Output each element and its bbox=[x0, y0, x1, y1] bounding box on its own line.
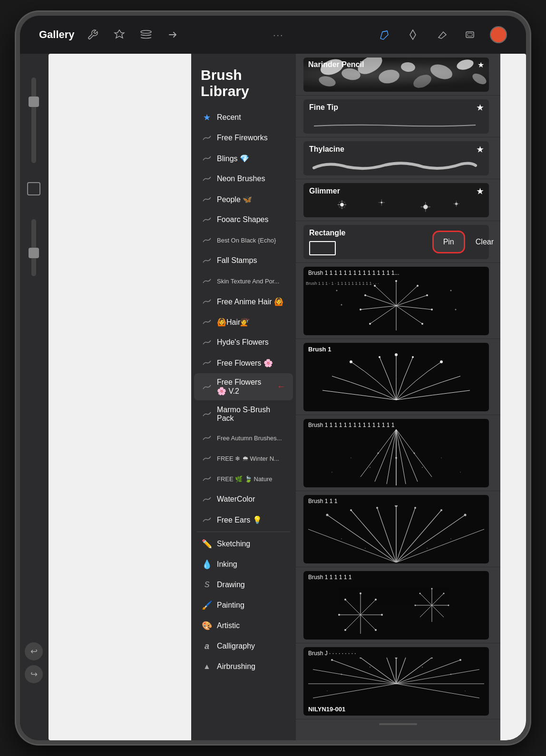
brush-item-narinder[interactable]: Narinder Pencil ★ bbox=[296, 54, 500, 96]
pin-button[interactable]: Pin bbox=[432, 231, 465, 253]
pen-tool[interactable] bbox=[404, 26, 421, 43]
paint-icon: 🖌️ bbox=[202, 600, 212, 611]
svg-point-9 bbox=[411, 72, 433, 90]
svg-point-88 bbox=[464, 514, 467, 516]
brush-name-narinder: Narinder Pencil bbox=[308, 60, 364, 69]
brush-name-fine-tip: Fine Tip bbox=[309, 103, 338, 112]
svg-line-128 bbox=[396, 669, 479, 684]
svg-line-35 bbox=[361, 306, 396, 310]
undo-button[interactable]: ↩ bbox=[25, 642, 43, 660]
category-label: Free Fireworks bbox=[217, 134, 268, 142]
svg-point-144 bbox=[465, 690, 466, 691]
air-icon: ▲ bbox=[202, 661, 212, 672]
svg-line-61 bbox=[396, 429, 406, 484]
category-sketching[interactable]: ✏️ Sketching bbox=[194, 534, 293, 554]
brush-item-fine-tip[interactable]: Fine Tip ★ bbox=[296, 96, 500, 137]
category-free-ears[interactable]: Free Ears 💡 bbox=[194, 510, 293, 530]
svg-point-56 bbox=[440, 360, 443, 363]
category-blings[interactable]: Blings 💎 bbox=[194, 148, 293, 168]
color-picker[interactable] bbox=[490, 26, 507, 43]
brush-library-panel: Brush Library ★ Recent Free Fireworks bbox=[191, 54, 500, 740]
opacity-slider[interactable] bbox=[31, 219, 36, 276]
svg-point-86 bbox=[414, 507, 416, 509]
wrench-icon[interactable] bbox=[84, 26, 101, 43]
brush-item-nilyn[interactable]: Brush J · · · · · · · · · NILYN19-001 bbox=[296, 643, 500, 719]
category-free-winter[interactable]: FREE ❄ 🌨 Winter N... bbox=[194, 448, 293, 468]
brush-item-fireworks1[interactable]: Brush 1 1 1 1 1 1 1 1 1 1 1 1 1 1 1... bbox=[296, 263, 500, 339]
eraser-tool[interactable] bbox=[433, 26, 450, 43]
svg-line-77 bbox=[396, 508, 415, 562]
category-label: Fall Stamps bbox=[217, 256, 257, 265]
svg-point-53 bbox=[379, 356, 380, 358]
svg-line-32 bbox=[396, 306, 422, 324]
canvas-area[interactable]: ↩ ↪ Brush Library ★ Recent bbox=[20, 54, 526, 740]
category-free-anime-hair[interactable]: Free Anime Hair 🙆 bbox=[194, 291, 293, 311]
category-marmo[interactable]: Marmo S-Brush Pack bbox=[194, 401, 293, 427]
svg-point-64 bbox=[378, 452, 379, 454]
adjust-icon[interactable] bbox=[111, 26, 128, 43]
brush-item-fireworks3[interactable]: Brush 1 1 1 1 1 1 1 1 1 1 1 1 1 1 1 bbox=[296, 415, 500, 491]
brush-item-fireworks2[interactable]: Brush 1 bbox=[296, 339, 500, 415]
layers-icon[interactable] bbox=[137, 26, 155, 43]
category-recent[interactable]: ★ Recent bbox=[194, 107, 293, 127]
brush-item-fireworks5[interactable]: Brush 1 1 1 1 1 1 bbox=[296, 567, 500, 643]
category-label: 🙆Hair💇 bbox=[217, 318, 250, 327]
arrow-icon[interactable] bbox=[164, 26, 181, 43]
category-free-nature[interactable]: FREE 🌿 🍃 Nature bbox=[194, 469, 293, 489]
brush-icon-15 bbox=[202, 453, 212, 464]
brush-icon-7 bbox=[202, 276, 212, 286]
svg-line-115 bbox=[420, 593, 432, 605]
category-people[interactable]: People 🦋 bbox=[194, 189, 293, 209]
svg-point-49 bbox=[450, 290, 452, 291]
brush-icon-13 bbox=[202, 409, 212, 419]
svg-point-140 bbox=[450, 673, 452, 675]
brush-icon-5 bbox=[202, 235, 212, 245]
category-calligraphy[interactable]: a Calligraphy bbox=[194, 636, 293, 656]
clear-button[interactable]: Clear bbox=[469, 232, 500, 252]
svg-point-11 bbox=[456, 58, 475, 71]
layers-tool[interactable] bbox=[461, 26, 478, 43]
category-drawing[interactable]: S Drawing bbox=[194, 575, 293, 595]
brush-item-thylacine[interactable]: Thylacine ★ bbox=[296, 137, 500, 179]
category-fooarc[interactable]: Fooarc Shapes bbox=[194, 210, 293, 230]
brush-name-nilyn: Brush J · · · · · · · · · bbox=[308, 650, 356, 657]
brush-item-glimmer[interactable]: Glimmer ★ bbox=[296, 179, 500, 221]
category-hair[interactable]: 🙆Hair💇 bbox=[194, 312, 293, 332]
svg-line-130 bbox=[396, 684, 479, 698]
gallery-button[interactable]: Gallery bbox=[39, 29, 75, 41]
pencil-tool[interactable] bbox=[376, 26, 393, 43]
category-airbrushing[interactable]: ▲ Airbrushing bbox=[194, 657, 293, 677]
redo-button[interactable]: ↪ bbox=[25, 665, 43, 683]
svg-line-127 bbox=[396, 660, 460, 684]
category-free-flowers[interactable]: Free Flowers 🌸 bbox=[194, 353, 293, 373]
svg-point-89 bbox=[341, 538, 342, 539]
svg-line-36 bbox=[365, 295, 396, 306]
category-hydes-flowers[interactable]: Hyde's Flowers bbox=[194, 332, 293, 352]
svg-point-70 bbox=[441, 457, 442, 458]
svg-line-126 bbox=[396, 658, 432, 684]
more-options[interactable]: ··· bbox=[273, 29, 284, 40]
brush-name-fw1: Brush 1 1 1 1 1 1 1 1 1 1 1 1 1 1 1... bbox=[308, 270, 399, 276]
brush-item-rectangle[interactable]: Rectangle Pin Clear bbox=[296, 221, 500, 263]
brush-size-slider[interactable] bbox=[31, 78, 36, 163]
category-free-fireworks[interactable]: Free Fireworks bbox=[194, 128, 293, 148]
svg-point-105 bbox=[344, 629, 346, 631]
brush-icon-18 bbox=[202, 514, 212, 525]
svg-point-91 bbox=[365, 548, 366, 549]
category-label: Artistic bbox=[217, 621, 240, 630]
category-skin-texture[interactable]: Skin Texture And Por... bbox=[194, 271, 293, 291]
brush-item-fireworks4[interactable]: Brush 1 1 1 bbox=[296, 491, 500, 567]
svg-point-55 bbox=[412, 356, 414, 358]
category-free-flowers-v2[interactable]: Free Flowers 🌸 V.2 ← bbox=[194, 373, 293, 400]
category-artistic[interactable]: 🎨 Artistic bbox=[194, 616, 293, 636]
category-best-on-black[interactable]: Best On Black {Echo} bbox=[194, 230, 293, 250]
svg-point-134 bbox=[331, 659, 333, 661]
category-neon-brushes[interactable]: Neon Brushes bbox=[194, 169, 293, 189]
category-painting[interactable]: 🖌️ Painting bbox=[194, 595, 293, 615]
svg-point-43 bbox=[369, 323, 371, 325]
category-watercolor[interactable]: WaterColor bbox=[194, 489, 293, 509]
category-free-autumn[interactable]: Free Autumn Brushes... bbox=[194, 428, 293, 448]
svg-point-12 bbox=[471, 71, 488, 87]
category-inking[interactable]: 💧 Inking bbox=[194, 554, 293, 574]
category-fall-stamps[interactable]: Fall Stamps bbox=[194, 251, 293, 271]
